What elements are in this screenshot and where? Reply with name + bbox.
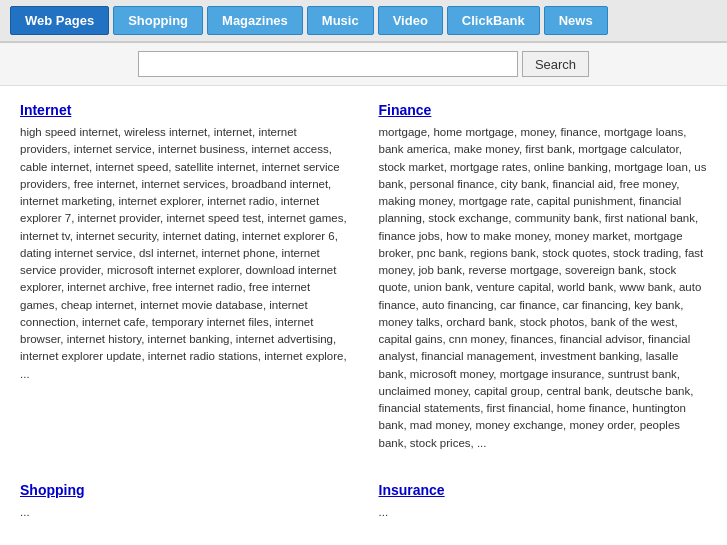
section-body-internet: high speed internet, wireless internet, … — [20, 124, 349, 383]
nav-bar: Web Pages Shopping Magazines Music Video… — [0, 0, 727, 43]
nav-tab-news[interactable]: News — [544, 6, 608, 35]
section-body-insurance: ... — [379, 504, 708, 521]
nav-tab-clickbank[interactable]: ClickBank — [447, 6, 540, 35]
section-insurance: Insurance ... — [379, 482, 708, 521]
section-title-insurance[interactable]: Insurance — [379, 482, 708, 498]
search-button[interactable]: Search — [522, 51, 589, 77]
section-finance: Finance mortgage, home mortgage, money, … — [379, 102, 708, 452]
section-body-finance: mortgage, home mortgage, money, finance,… — [379, 124, 708, 452]
section-body-shopping: ... — [20, 504, 349, 521]
section-title-shopping[interactable]: Shopping — [20, 482, 349, 498]
nav-tab-music[interactable]: Music — [307, 6, 374, 35]
section-internet: Internet high speed internet, wireless i… — [20, 102, 349, 452]
search-input-wrap: Search — [138, 51, 589, 77]
nav-tab-magazines[interactable]: Magazines — [207, 6, 303, 35]
main-content: Internet high speed internet, wireless i… — [0, 86, 727, 545]
section-title-finance[interactable]: Finance — [379, 102, 708, 118]
nav-tab-shopping[interactable]: Shopping — [113, 6, 203, 35]
search-input[interactable] — [138, 51, 518, 77]
section-title-internet[interactable]: Internet — [20, 102, 349, 118]
nav-tab-webpages[interactable]: Web Pages — [10, 6, 109, 35]
section-shopping: Shopping ... — [20, 482, 349, 521]
search-bar: Search — [0, 43, 727, 86]
nav-tab-video[interactable]: Video — [378, 6, 443, 35]
